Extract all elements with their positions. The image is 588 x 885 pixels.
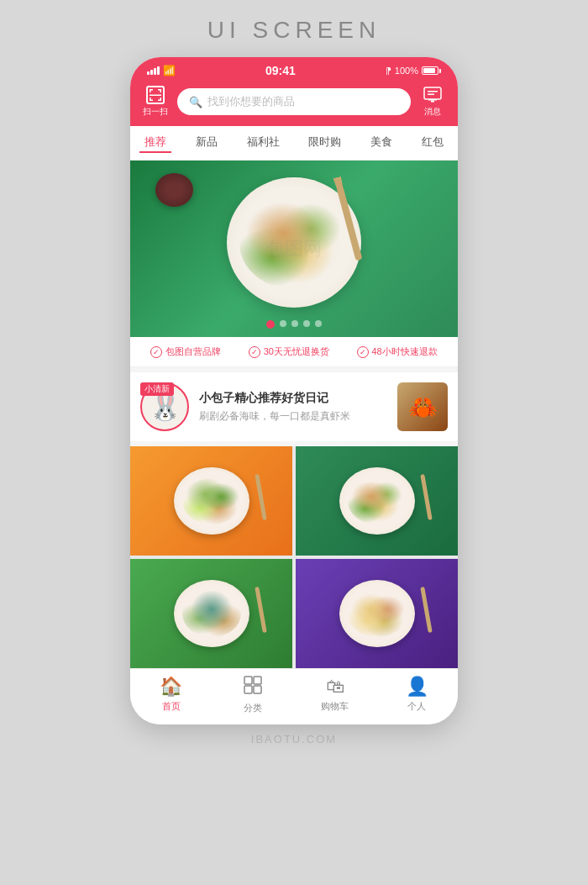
message-label: 消息 <box>424 106 441 118</box>
mini-food-4 <box>348 591 407 637</box>
nav-tabs: 推荐 新品 福利社 限时购 美食 红包 <box>130 126 458 161</box>
nav-category[interactable]: 分类 <box>228 676 278 714</box>
battery-fill <box>423 68 435 73</box>
svg-rect-3 <box>160 89 162 92</box>
message-button[interactable]: 消息 <box>417 86 448 118</box>
svg-rect-1 <box>150 89 151 92</box>
cart-icon: 🛍 <box>326 676 344 698</box>
check-icon-2: ✓ <box>249 346 260 358</box>
avatar-wrap: 🐰 小清新 <box>140 382 189 431</box>
mini-plate-1 <box>174 467 249 535</box>
mini-fork-2 <box>420 474 432 520</box>
nav-home[interactable]: 🏠 首页 <box>146 676 197 714</box>
tab-flash[interactable]: 限时购 <box>303 133 346 153</box>
status-bar: 📶 09:41 ⁋ 100% <box>130 57 458 81</box>
tab-recommend[interactable]: 推荐 <box>139 133 171 153</box>
svg-rect-11 <box>431 101 434 103</box>
svg-rect-10 <box>428 99 437 101</box>
dot-5[interactable] <box>315 320 322 327</box>
svg-rect-15 <box>254 677 261 684</box>
nav-profile[interactable]: 👤 个人 <box>391 676 442 714</box>
message-icon <box>423 86 442 104</box>
signal-bars <box>147 66 160 75</box>
dot-4[interactable] <box>303 320 310 327</box>
tab-redpacket[interactable]: 红包 <box>417 133 449 153</box>
blog-tag: 小清新 <box>140 382 174 396</box>
mini-fork-3 <box>255 587 266 633</box>
status-left: 📶 <box>147 65 176 76</box>
blog-text: 小包子精心推荐好货日记 刷剧必备海味，每一口都是真虾米 <box>199 391 387 424</box>
plate-container <box>218 169 370 320</box>
blog-section[interactable]: 🐰 小清新 小包子精心推荐好货日记 刷剧必备海味，每一口都是真虾米 🦀 <box>130 372 458 441</box>
nav-category-label: 分类 <box>244 702 262 714</box>
wifi-icon: 📶 <box>163 65 176 76</box>
svg-rect-17 <box>254 686 261 693</box>
nav-cart[interactable]: 🛍 购物车 <box>310 676 360 714</box>
status-right: ⁋ 100% <box>386 66 441 76</box>
food-card-2[interactable] <box>296 446 458 556</box>
dot-3[interactable] <box>291 320 298 327</box>
food-card-2-content <box>296 446 458 556</box>
food-grid <box>130 446 458 668</box>
search-placeholder: 找到你想要的商品 <box>207 94 295 109</box>
food-card-1[interactable] <box>130 446 292 556</box>
svg-rect-13 <box>428 94 434 96</box>
page-wrapper: UI SCREEN 📶 09:41 ⁋ 100% <box>0 0 588 885</box>
banner: 包图网 <box>130 161 458 337</box>
food-card-1-content <box>130 446 292 556</box>
crab-icon: 🦀 <box>408 393 438 421</box>
scan-button[interactable]: 扫一扫 <box>140 86 171 118</box>
mini-fork-1 <box>255 474 266 520</box>
scan-icon <box>146 86 165 104</box>
tab-welfare[interactable]: 福利社 <box>242 133 285 153</box>
svg-rect-14 <box>244 677 252 684</box>
blog-title: 小包子精心推荐好货日记 <box>199 391 387 406</box>
search-icon: 🔍 <box>189 96 202 108</box>
svg-rect-9 <box>424 87 441 99</box>
check-icon-3: ✓ <box>357 346 369 358</box>
mini-food-2 <box>348 478 407 524</box>
bluetooth-icon: ⁋ <box>386 66 391 76</box>
dot-1[interactable] <box>266 320 275 329</box>
profile-icon: 👤 <box>406 676 428 698</box>
battery-body <box>422 66 438 75</box>
svg-rect-7 <box>160 97 162 101</box>
trust-bar: ✓ 包图自营品牌 ✓ 30天无忧退换货 ✓ 48小时快速退款 <box>130 337 458 367</box>
mini-fork-4 <box>420 587 432 633</box>
banner-dots <box>266 320 322 329</box>
food-card-3[interactable] <box>130 559 292 668</box>
trust-item-3: ✓ 48小时快速退款 <box>357 345 438 358</box>
app-header: 扫一扫 🔍 找到你想要的商品 消息 <box>130 81 458 126</box>
food-card-4-content <box>296 559 458 668</box>
trust-item-1: ✓ 包图自营品牌 <box>150 345 221 358</box>
avatar-char: 🐰 <box>150 392 181 422</box>
tab-food[interactable]: 美食 <box>365 133 397 153</box>
svg-rect-12 <box>428 91 438 92</box>
dot-2[interactable] <box>280 320 286 327</box>
trust-text-1: 包图自营品牌 <box>165 345 221 358</box>
trust-text-3: 48小时快速退款 <box>372 345 438 358</box>
ui-screen-title: UI SCREEN <box>207 17 381 44</box>
tab-new[interactable]: 新品 <box>191 133 223 153</box>
food-card-4[interactable] <box>296 559 458 668</box>
trust-item-2: ✓ 30天无忧退换货 <box>249 345 329 358</box>
category-icon <box>244 676 262 699</box>
small-bowl <box>155 173 193 207</box>
signal-bar-2 <box>150 70 153 75</box>
search-bar[interactable]: 🔍 找到你想要的商品 <box>177 88 411 115</box>
svg-rect-5 <box>150 97 151 101</box>
banner-food-image: 包图网 <box>130 161 458 337</box>
check-icon-1: ✓ <box>150 346 162 358</box>
food-on-plate <box>239 197 349 289</box>
nav-cart-label: 购物车 <box>321 700 349 713</box>
nav-home-label: 首页 <box>162 700 181 713</box>
bottom-nav: 🏠 首页 分类 🛍 购物车 👤 <box>130 668 458 724</box>
scan-label: 扫一扫 <box>143 106 168 118</box>
signal-bar-3 <box>154 68 156 75</box>
signal-bar-4 <box>157 66 160 75</box>
bottom-brand: IBAOTU.COM <box>251 733 337 745</box>
blog-thumbnail: 🦀 <box>397 382 448 431</box>
mini-food-3 <box>182 591 241 637</box>
mini-plate-2 <box>339 467 415 535</box>
trust-text-2: 30天无忧退换货 <box>264 345 329 358</box>
